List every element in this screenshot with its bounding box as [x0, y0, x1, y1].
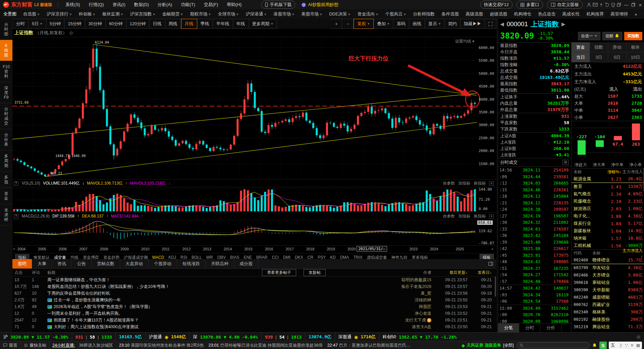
period-更多周期[interactable]: 更多周期▼: [249, 19, 277, 29]
windows-icon[interactable]: [617, 3, 621, 7]
stock-row[interactable]: 301219腾远钴业71.3万: [572, 323, 644, 331]
sector-row[interactable]: 旅游酒店2.031.08亿: [572, 205, 644, 212]
tool-8[interactable]: 隐藏▶▶: [461, 19, 485, 29]
mobile-download-button[interactable]: 手机版下载: [261, 1, 295, 9]
volume-pane[interactable]: 144.0071.200.00: [12, 187, 496, 212]
period-月线[interactable]: 月线: [181, 19, 197, 29]
nav-item-12[interactable]: DDE决策▼: [326, 11, 354, 17]
forum-tab-大盘异动[interactable]: 大盘异动: [120, 259, 149, 268]
ime-tray-icon-3[interactable]: ⌗: [631, 343, 633, 348]
forum-tab-资讯[interactable]: 资讯: [52, 259, 72, 268]
sidebar-item-资金[interactable]: 资金: [0, 188, 12, 204]
nav-item-24[interactable]: »: [631, 12, 640, 17]
sidebar-item-分时成交[interactable]: 分时成交: [0, 103, 12, 129]
forum-tab-贡献点数[interactable]: 贡献点数: [92, 259, 120, 268]
sidebar-item-龙虎榜[interactable]: 龙虎榜: [0, 204, 12, 226]
nav-item-16[interactable]: 条件选股: [438, 11, 462, 17]
scroll-right-icon[interactable]: »: [491, 247, 493, 251]
forum-row[interactable]: 2.0万92过去一年，是炒股生涯最爽快的一年没锚的神09-21 23:5509-…: [12, 297, 496, 303]
period-年线[interactable]: 年线: [233, 19, 249, 29]
pane-tool-2[interactable]: 换指标: [474, 213, 486, 219]
stock-row[interactable]: 002340格林美308万: [572, 308, 644, 316]
sector-row[interactable]: 氦气概念2.344.89亿: [572, 190, 644, 198]
help-icon[interactable]: ?: [14, 181, 18, 186]
period-30分钟[interactable]: 30分钟: [85, 19, 106, 29]
ime-tray-icon-0[interactable]: 五: [611, 342, 615, 348]
sector-row[interactable]: 煤炭行业1.845.17亿: [572, 220, 644, 227]
tool-7[interactable]: 简约: [445, 19, 461, 29]
user-icon[interactable]: [587, 2, 591, 7]
period-15分钟[interactable]: 15分钟: [64, 19, 85, 29]
nav-item-22[interactable]: 机构推荐: [583, 11, 607, 17]
window-pill-2[interactable]: 自定义面板: [547, 1, 583, 9]
nav-item-17[interactable]: 高级选股: [462, 11, 486, 17]
sector-row[interactable]: 能源金属3.2326.4亿: [572, 175, 644, 183]
nav-item-4[interactable]: 板块监测▼: [99, 11, 127, 17]
period-分时[interactable]: 分时: [12, 19, 29, 29]
minimize-button[interactable]: —: [623, 2, 630, 7]
sector-row[interactable]: 教育2.411330万: [572, 183, 644, 190]
sector-row[interactable]: 纳米银1.5718.8亿: [572, 235, 644, 242]
chart-settings-gear-icon[interactable]: [69, 31, 73, 35]
ts-tab-分时[interactable]: 分时: [519, 323, 540, 332]
period-120分钟[interactable]: 120分钟: [126, 19, 150, 29]
forum-tab-短线涨跌[interactable]: 短线涨跌: [177, 259, 206, 268]
ime-tray-icon-4[interactable]: ⊞: [636, 343, 640, 348]
pane-tool-1[interactable]: 加指标: [458, 213, 470, 219]
message-shortcut[interactable]: 留言: [0, 341, 21, 349]
nav-item-0[interactable]: 全景图: [0, 11, 20, 17]
pane-tool-1[interactable]: 加指标: [458, 181, 470, 186]
tool-2[interactable]: 复权▼: [354, 19, 374, 29]
sidebar-item-多股[interactable]: 多股: [0, 171, 12, 188]
macd-pane[interactable]: 658.61119.62-786.87: [12, 220, 496, 246]
sidebar-item-K线图[interactable]: K线图: [0, 40, 12, 61]
nav-right-0[interactable]: 打开导航: [641, 11, 644, 17]
stock-row[interactable]: 002240盛新锂能4681万: [572, 294, 644, 301]
period-日线[interactable]: 日线: [150, 19, 165, 29]
period-5分钟[interactable]: 5分钟: [46, 19, 64, 29]
help-icon[interactable]: ?: [14, 214, 18, 218]
fund-tab-资金[interactable]: 资金: [572, 42, 590, 52]
nav-item-1[interactable]: 自选股▼: [20, 11, 43, 17]
tool-4[interactable]: 筹码: [393, 19, 409, 29]
forum-row[interactable]: 10.7万148老股民血泪总结！炒股九大口诀（附实战案例），少走10年弯路！鬼谷…: [12, 283, 496, 290]
time-sales-detail-button[interactable]: 详: [562, 160, 569, 165]
stock-row[interactable]: 300618寒锐钴业1.06亿: [572, 279, 644, 286]
sidebar-item-多周期[interactable]: 多周期: [0, 150, 12, 171]
news-headline[interactable]: 36师进入加沙城区: [77, 343, 114, 348]
ai-promo-button[interactable]: AI炒股就用妙想: [301, 2, 338, 8]
forum-tab-股吧[interactable]: 股吧: [12, 259, 32, 268]
fund-tab-指数[interactable]: 指数: [590, 42, 608, 52]
nav-item-9[interactable]: 沪深港通▼: [242, 11, 270, 17]
fund-tab-5日[interactable]: 5日: [608, 52, 627, 62]
fund-tab-板块[interactable]: 板块: [627, 42, 644, 52]
watchlist-button[interactable]: 自选一▼: [578, 32, 600, 40]
share-icon[interactable]: [599, 3, 603, 7]
pane-tool-0[interactable]: 改参数: [443, 181, 455, 186]
message-icon[interactable]: [593, 3, 598, 7]
new-post-button[interactable]: 发新帖: [304, 269, 326, 276]
menu-item-1[interactable]: 行情(Q): [85, 2, 108, 8]
news-filter-all[interactable]: [全部]: [503, 343, 517, 348]
period-半年线[interactable]: 半年线: [213, 19, 233, 29]
nav-item-19[interactable]: 机构增仓: [511, 11, 535, 17]
forum-row[interactable]: 131周一证券股继续砸盘，中信为首！聪明的雅趣露1509-21 23:5709-…: [12, 277, 496, 283]
window-pill-1[interactable]: 多窗口: [517, 1, 543, 9]
restore-button[interactable]: [631, 3, 635, 7]
ime-tray-icon-2[interactable]: ∵: [625, 343, 628, 348]
forum-row[interactable]: 1.6万492026马年临近，A股“马字辈”热度急升！（附马字股）禅股匠09-2…: [12, 303, 496, 310]
candlestick-pane[interactable]: 设置均线 ▾ 6000.005500.005000.004500.004000.…: [12, 37, 496, 180]
tool-0[interactable]: ＋: [331, 19, 342, 29]
tool-6[interactable]: 显示▼: [425, 19, 445, 29]
news-headline[interactable]: 美国印第安纳州发生枪击事件 致2死5伤: [131, 343, 204, 348]
sector-row[interactable]: 电子化...1.884.36亿: [572, 212, 644, 220]
more-posts-button[interactable]: 查看更多帖子: [262, 269, 296, 276]
stock-row[interactable]: 000762西藏矿业3139万: [572, 301, 644, 308]
forum-row[interactable]: 120一到周末全是利好，周一开盘机构开跑。净心老道09-21 23:5209-2…: [12, 310, 496, 317]
ts-tab-分笔[interactable]: 分笔: [498, 323, 519, 332]
nav-item-3[interactable]: 科创板▼: [75, 11, 99, 17]
forum-tab-个股异动[interactable]: 个股异动: [149, 259, 177, 268]
next-stock-icon[interactable]: ▶: [561, 21, 566, 27]
period-5日[interactable]: 5日▼: [29, 19, 46, 29]
nav-item-13[interactable]: 资金流向▼: [354, 11, 382, 17]
